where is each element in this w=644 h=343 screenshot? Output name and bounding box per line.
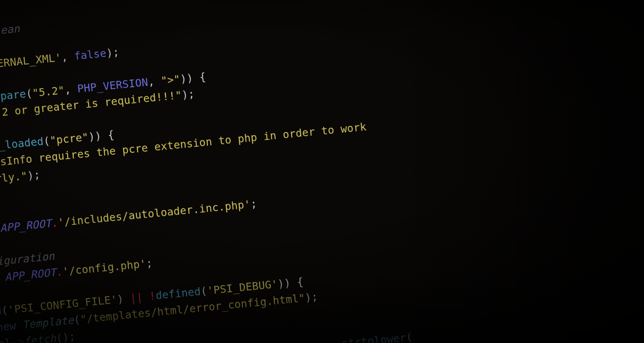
code-block: * extern * @var boolean */ define('PSI_I… <box>0 0 644 343</box>
token-punct: () <box>55 331 69 343</box>
token-keyword2: new <box>0 319 16 333</box>
token-punct: )) <box>277 276 291 290</box>
token-string: "5.2" <box>32 84 65 99</box>
code-line: * @var boolean <box>0 22 20 46</box>
token-string: ">" <box>160 73 181 87</box>
token-builtin-i: fetch <box>23 332 56 343</box>
token-string: "pcre" <box>49 131 89 147</box>
code-line: require_once APP_ROOT.'/includes/autoloa… <box>0 197 258 242</box>
token-string: '/includes/autoloader.inc.php' <box>57 198 251 229</box>
token-punct: { <box>101 129 115 142</box>
token-punct: ; <box>250 197 258 210</box>
token-const2: APP_ROOT <box>4 266 57 283</box>
token-punct: ( <box>406 331 413 343</box>
token-string: 'PSI_DEBUG' <box>207 278 278 297</box>
token-punct: ; <box>112 46 120 58</box>
code-line: define('PSI_INTERNAL_XML', false); <box>0 46 120 79</box>
token-punct: : <box>322 337 342 343</box>
token-builtin: strtolower <box>341 331 407 343</box>
token-punct: ; <box>33 168 41 181</box>
token-doc: boolean <box>0 22 20 39</box>
token-string: 'PSI_INTERNAL_XML' <box>0 51 62 75</box>
token-punct: )) <box>179 71 194 85</box>
code-line: die("phpSysInfo requires the pcre extens… <box>0 121 367 177</box>
token-builtin-i: Template <box>22 314 74 331</box>
token-punct: , <box>148 74 162 88</box>
token-string: '/config.php' <box>62 257 147 278</box>
token-punct: , <box>61 50 75 63</box>
token-string: properly." <box>0 170 28 188</box>
code-line: properly."); <box>0 168 41 193</box>
token-punct: ; <box>311 290 319 303</box>
token-var: $tpl <box>0 336 12 343</box>
token-punct: { <box>193 70 207 84</box>
token-op: || <box>129 291 144 304</box>
token-punct: )) <box>88 130 102 143</box>
token-const: PHP_VERSION <box>77 76 149 95</box>
token-punct: { <box>290 275 304 289</box>
token-punct: , <box>64 82 78 96</box>
token-punct: ; <box>187 88 195 100</box>
token-bool: false <box>73 47 107 62</box>
code-viewport: * extern * @var boolean */ define('PSI_I… <box>0 0 644 343</box>
token-builtin: defined <box>155 285 201 301</box>
token-const2: APP_ROOT <box>0 217 52 234</box>
token-punct: ; <box>68 330 76 343</box>
token-plain <box>283 339 323 343</box>
token-punct: ; <box>146 257 153 269</box>
token-op: -> <box>10 335 24 343</box>
